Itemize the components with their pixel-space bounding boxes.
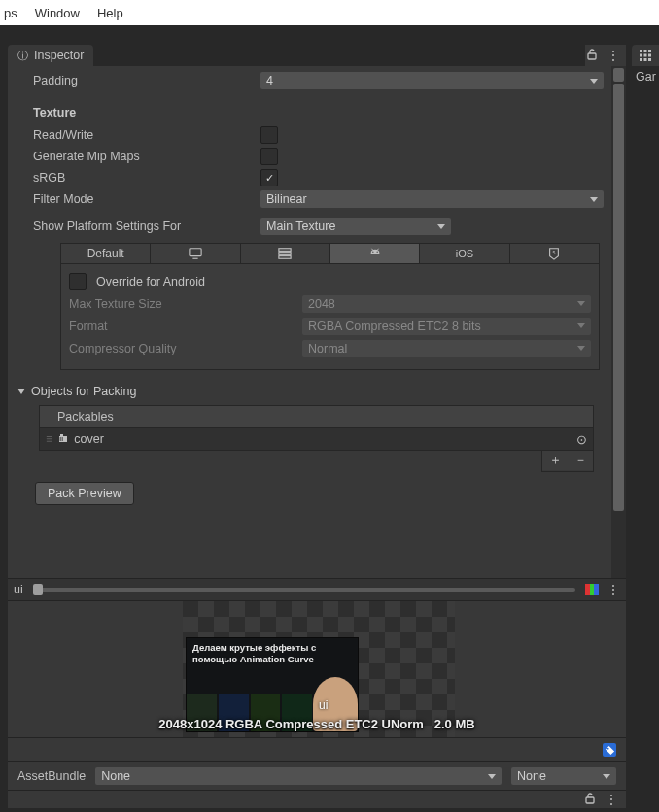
assetbundle-row: AssetBundle None None [8,761,626,790]
svg-point-16 [376,251,378,253]
kebab-icon[interactable]: ⋮ [607,48,620,63]
svg-rect-6 [640,58,642,61]
padding-label: Padding [33,74,260,87]
kebab-icon[interactable]: ⋮ [607,582,620,597]
preview-toolbar: ui ⋮ [8,578,626,601]
chevron-down-icon [590,79,598,84]
svg-point-22 [607,747,608,749]
inspector-fields: Padding 4 Texture Read/Write Generate Mi… [8,66,611,578]
svg-rect-21 [62,437,64,441]
readwrite-checkbox[interactable] [260,126,278,144]
platform-tab-default[interactable]: Default [60,243,151,264]
svg-line-17 [371,249,372,251]
padding-row: Padding 4 [8,70,611,91]
filtermode-row: Filter Mode Bilinear [8,188,611,210]
menu-item[interactable]: Help [97,6,123,20]
svg-rect-10 [190,249,201,256]
assetbundle-dropdown[interactable]: None [95,767,502,785]
tab-inspector[interactable]: ⓘ Inspector [8,45,93,66]
svg-rect-13 [279,253,291,255]
preview-zoom-slider[interactable] [33,588,575,592]
lock-icon[interactable] [585,48,599,64]
status-bar: ⋮ [8,790,626,808]
mipmaps-label: Generate Mip Maps [33,150,260,163]
maxsize-dropdown[interactable]: 2048 [302,295,591,313]
svg-rect-3 [640,54,642,57]
packables-header: Packables [39,405,594,428]
grid-icon[interactable] [632,45,659,66]
quality-label: Compressor Quality [69,342,293,355]
chevron-down-icon [488,774,496,779]
mipmaps-checkbox[interactable] [260,148,278,165]
readwrite-label: Read/Write [33,128,260,142]
override-label: Override for Android [96,275,205,288]
padding-dropdown[interactable]: 4 [260,72,604,89]
remove-button[interactable]: － [568,451,593,470]
menu-item[interactable]: ps [4,6,17,20]
preview-ui-tag: ui [319,698,328,712]
lock-icon[interactable] [583,792,597,808]
inspector-panel: ⓘ Inspector ⋮ Padding 4 Te [8,45,626,808]
svg-point-15 [372,251,374,253]
override-checkbox[interactable] [69,273,87,290]
scrollbar[interactable] [611,66,626,578]
menubar: ps Window Help [0,0,659,25]
kebab-icon[interactable]: ⋮ [605,792,618,807]
override-row: Override for Android [69,270,591,292]
chevron-down-icon [17,389,25,394]
packing-foldout[interactable]: Objects for Packing [8,380,611,403]
platform-row: Show Platform Settings For Main Texture [8,216,611,237]
format-dropdown[interactable]: RGBA Compressed ETC2 8 bits [302,318,591,335]
pack-preview-button[interactable]: Pack Preview [35,482,134,505]
preview-canvas[interactable]: Делаем крутые эффекты с помощью Animatio… [8,601,626,737]
svg-rect-1 [644,50,647,52]
mipmaps-row: Generate Mip Maps [8,146,611,167]
packable-name: cover [74,432,104,446]
svg-rect-0 [640,50,642,52]
svg-rect-14 [279,256,291,259]
scroll-up-icon[interactable] [613,68,624,82]
svg-line-18 [377,249,378,251]
chevron-down-icon [577,323,585,328]
svg-rect-5 [648,54,651,57]
chevron-down-icon [577,301,585,306]
filtermode-dropdown[interactable]: Bilinear [260,190,604,208]
platform-tab-webgl[interactable]: 5 [510,243,600,264]
scrollbar-thumb[interactable] [613,84,624,511]
platform-tab-server[interactable] [241,243,330,264]
app-area: Gar ⓘ Inspector ⋮ Padding 4 [0,25,659,812]
svg-rect-20 [60,437,62,441]
add-button[interactable]: ＋ [542,451,568,470]
asset-label-icon[interactable] [603,743,616,757]
platform-target-dropdown[interactable]: Main Texture [260,218,451,235]
menu-item[interactable]: Window [35,6,80,20]
platform-tab-ios[interactable]: iOS [420,243,509,264]
texture-heading: Texture [8,101,611,124]
platform-tab-android[interactable] [330,243,420,264]
object-picker-icon[interactable]: ⊙ [576,432,587,447]
chevron-down-icon [577,346,585,351]
drag-handle-icon[interactable]: ≡ [46,432,51,446]
svg-rect-9 [588,53,596,59]
srgb-row: sRGB [8,167,611,188]
rgb-icon[interactable] [585,584,599,595]
svg-rect-4 [644,54,647,57]
srgb-checkbox[interactable] [260,169,278,186]
platform-label: Show Platform Settings For [33,220,260,233]
platform-tab-standalone[interactable] [151,243,240,264]
assetbundle-label: AssetBundle [17,769,86,783]
readwrite-row: Read/Write [8,124,611,146]
filtermode-label: Filter Mode [33,192,260,206]
packable-item[interactable]: ≡ cover ⊙ [39,428,594,451]
tab-bar: ⓘ Inspector ⋮ [8,45,626,66]
maxsize-label: Max Texture Size [69,297,293,311]
format-label: Format [69,320,293,333]
info-icon: ⓘ [17,49,28,63]
preview-area: ui ⋮ Делаем крутые эффекты с помощью Ani… [8,578,626,808]
right-panel-label[interactable]: Gar [632,66,659,87]
assetbundle-variant-dropdown[interactable]: None [511,767,616,785]
svg-rect-7 [644,58,647,61]
quality-dropdown[interactable]: Normal [302,340,591,357]
folder-icon [56,431,70,448]
svg-rect-2 [648,50,651,52]
